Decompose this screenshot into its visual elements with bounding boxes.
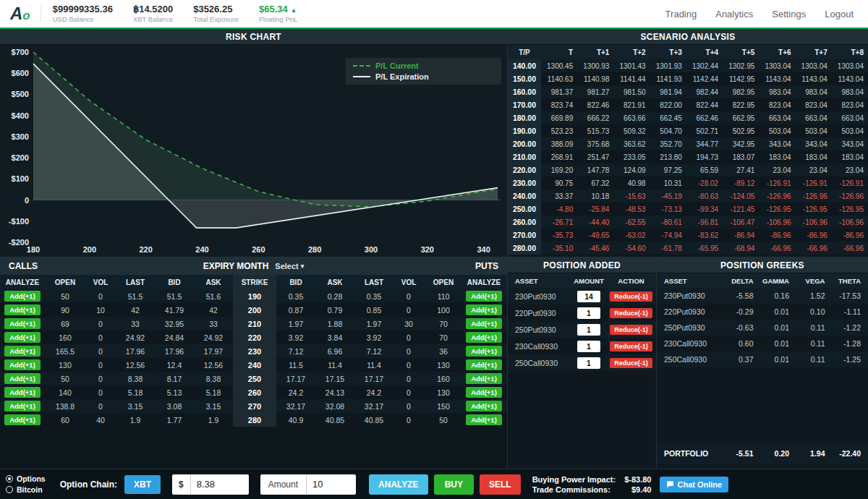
reduce-button[interactable]: Reduce(-1): [610, 358, 652, 368]
scenario-value: 97.25: [650, 166, 686, 174]
svg-text:$700: $700: [12, 48, 29, 56]
scenario-value: 147.78: [577, 166, 613, 174]
greeks-spacer: [657, 367, 868, 443]
put-value: 36: [424, 347, 463, 356]
radio-bitcoin[interactable]: Bitcoin: [6, 485, 46, 494]
reduce-button[interactable]: Reduce(-1): [610, 341, 652, 351]
scenario-analysis-panel: SCENARIO ANALYSIS T/PTT+1T+2T+3T+4T+5T+6…: [508, 29, 868, 257]
amount-input[interactable]: [307, 474, 356, 495]
add-put-cell: Add(+1): [463, 373, 505, 384]
add-call-button[interactable]: Add(+1): [4, 387, 41, 398]
add-put-button[interactable]: Add(+1): [466, 387, 502, 398]
greeks-col-asset: ASSET: [657, 277, 725, 285]
add-put-button[interactable]: Add(+1): [466, 401, 502, 411]
greeks-row: 220Put0930-0.290.010.10-1.11: [657, 304, 868, 320]
greeks-value: 0.10: [796, 307, 833, 316]
scenario-row: 170.00823.74822.46821.91822.00822.44822.…: [508, 98, 868, 111]
add-put-cell: Add(+1): [463, 414, 505, 425]
chat-online-button[interactable]: Chat Online: [660, 477, 728, 492]
position-amount-input[interactable]: [577, 341, 600, 352]
scenario-value: 40.98: [613, 179, 650, 187]
add-put-button[interactable]: Add(+1): [466, 318, 502, 329]
scenario-row: 210.00268.91251.47233.05213.80194.73183.…: [508, 150, 868, 163]
buy-button[interactable]: BUY: [434, 474, 474, 495]
portfolio-row: PORTFOLIO -5.51 0.20 1.94 -22.40: [657, 443, 868, 464]
nav-analytics[interactable]: Analytics: [715, 9, 753, 20]
reduce-button[interactable]: Reduce(-1): [610, 291, 652, 302]
scenario-strike: 180.00: [508, 111, 541, 124]
add-call-button[interactable]: Add(+1): [4, 291, 41, 302]
add-put-button[interactable]: Add(+1): [466, 304, 502, 315]
radio-bitcoin-circle[interactable]: [6, 486, 13, 493]
reduce-button[interactable]: Reduce(-1): [610, 325, 652, 335]
svg-text:$100: $100: [12, 174, 29, 183]
scenario-strike: 250.00: [508, 202, 541, 216]
put-value: 24.2: [276, 388, 315, 397]
call-value: 50: [45, 292, 85, 301]
add-call-button[interactable]: Add(+1): [4, 318, 41, 329]
greeks-value: -5.58: [725, 291, 761, 300]
radio-options[interactable]: Options: [6, 474, 46, 483]
scenario-value: 663.04: [759, 114, 795, 122]
add-put-button[interactable]: Add(+1): [466, 291, 502, 302]
add-put-button[interactable]: Add(+1): [466, 332, 502, 343]
scenario-value: 342.95: [723, 140, 759, 148]
scenario-value: 982.44: [686, 88, 723, 96]
add-put-button[interactable]: Add(+1): [466, 346, 502, 357]
sell-button[interactable]: SELL: [480, 474, 521, 495]
positions-col-asset: ASSET: [508, 277, 571, 285]
put-value: 0: [393, 292, 424, 301]
nav-trading[interactable]: Trading: [665, 9, 697, 20]
call-value: 12.56: [116, 361, 155, 370]
add-put-button[interactable]: Add(+1): [466, 359, 502, 370]
expiry-month-label: EXPIRY MONTH: [203, 261, 269, 271]
total-exposure-value: $3526.25: [193, 4, 239, 15]
scenario-value: 1143.04: [832, 75, 868, 83]
nav-settings[interactable]: Settings: [772, 9, 806, 20]
scenario-strike: 220.00: [508, 163, 541, 176]
radio-options-circle[interactable]: [6, 475, 13, 482]
scenario-value: -83.62: [686, 231, 723, 239]
call-value: 140: [45, 388, 85, 397]
svg-text:$300: $300: [12, 132, 29, 141]
position-amount-input[interactable]: [577, 291, 600, 302]
add-call-button[interactable]: Add(+1): [4, 373, 41, 384]
reduce-button[interactable]: Reduce(-1): [610, 308, 652, 318]
add-call-button[interactable]: Add(+1): [4, 346, 41, 357]
position-amount-input[interactable]: [577, 307, 600, 319]
scenario-value: 1301.43: [613, 62, 650, 70]
scenario-value: 1142.44: [686, 75, 723, 83]
position-amount-input[interactable]: [577, 324, 600, 336]
call-value: 0: [85, 347, 116, 356]
position-asset: 230Put0930: [508, 292, 571, 301]
scenario-col-header: T/P: [508, 48, 541, 56]
position-row: 230Put0930Reduce(-1): [508, 288, 656, 304]
scenario-row: 160.00981.37981.27981.50981.94982.44982.…: [508, 85, 868, 98]
call-value: 17.97: [194, 347, 233, 356]
xbt-balance: ฿14.5200 XBT Balance: [133, 4, 173, 23]
put-value: 7.12: [276, 347, 315, 356]
floating-pnl-label: Floating PnL: [259, 15, 297, 23]
scenario-value: 10.18: [577, 192, 613, 200]
add-put-button[interactable]: Add(+1): [466, 414, 502, 425]
add-call-button[interactable]: Add(+1): [4, 414, 41, 425]
xbt-button[interactable]: XBT: [124, 475, 161, 494]
price-input[interactable]: [191, 474, 249, 495]
add-call-button[interactable]: Add(+1): [4, 359, 41, 370]
analyze-button[interactable]: ANALYZE: [369, 474, 428, 495]
scenario-col-header: T+2: [613, 48, 650, 56]
add-call-button[interactable]: Add(+1): [4, 304, 41, 315]
app-logo[interactable]: Ao: [10, 5, 41, 22]
position-amount-input[interactable]: [577, 357, 600, 369]
scenario-value: -26.71: [541, 218, 577, 226]
add-put-button[interactable]: Add(+1): [466, 373, 502, 384]
chat-icon: [666, 480, 674, 488]
put-value: 1.97: [276, 320, 315, 328]
chain-row: Add(+1)165.5017.9617.9617.972307.126.967…: [0, 344, 507, 358]
add-call-button[interactable]: Add(+1): [4, 401, 41, 411]
amount-input-group: Amount: [260, 474, 356, 495]
nav-logout[interactable]: Logout: [825, 9, 854, 20]
expiry-select[interactable]: Select ▾: [275, 262, 304, 270]
put-value: 17.17: [354, 375, 393, 383]
add-call-button[interactable]: Add(+1): [4, 332, 41, 343]
